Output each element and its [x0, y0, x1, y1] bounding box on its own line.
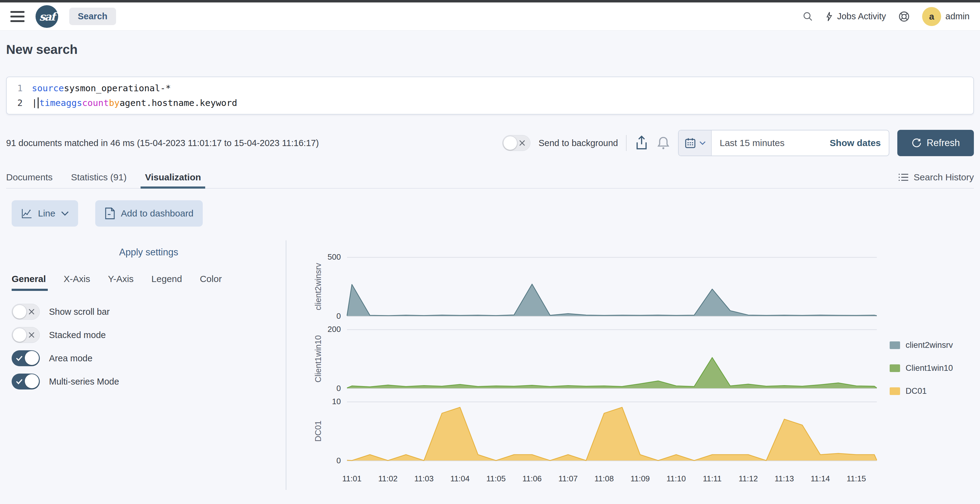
legend-item-Client1win10[interactable]: Client1win10 [890, 364, 953, 373]
add-to-dashboard-button[interactable]: Add to dashboard [95, 200, 203, 227]
bell-icon[interactable] [657, 135, 670, 151]
stacked-mode-toggle[interactable] [12, 327, 40, 343]
x-tick-label: 11:09 [630, 474, 650, 483]
tab-statistics[interactable]: Statistics (91) [71, 167, 127, 188]
setting-toggle-row: Show scroll bar [12, 304, 286, 320]
y-axis-label: client2winsrv [313, 263, 323, 310]
settings-tab-x-axis[interactable]: X-Axis [64, 274, 90, 291]
setting-toggle-row: Area mode [12, 350, 286, 366]
jobs-activity-button[interactable]: Jobs Activity [825, 11, 886, 21]
toggle-knob [13, 328, 27, 342]
time-range-value[interactable]: Last 15 minutes [712, 138, 830, 148]
setting-toggle-row: Stacked mode [12, 327, 286, 343]
toggle-knob [503, 136, 517, 150]
legend-swatch [890, 364, 900, 372]
calendar-icon [684, 137, 697, 149]
menu-icon[interactable] [10, 11, 24, 22]
setting-toggle-row: Multi-series Mode [12, 374, 286, 390]
send-to-background-label: Send to background [538, 138, 618, 148]
area-series-client2winsrv [347, 257, 877, 316]
toggle-label: Stacked mode [49, 330, 106, 340]
refresh-button[interactable]: Refresh [897, 130, 974, 156]
query-line: 2| timeaggs count by agent.hostname.keyw… [7, 95, 973, 110]
chevron-down-icon [61, 211, 69, 216]
y-axis-label: Client1win10 [313, 335, 323, 382]
window-top-strip [0, 0, 980, 2]
y-tick-label: 0 [304, 456, 341, 466]
baseline [347, 316, 877, 316]
y-tick-label: 0 [304, 312, 341, 321]
legend-label: DC01 [905, 386, 927, 396]
chart-settings-panel: Apply settings General X-Axis Y-Axis Leg… [6, 227, 286, 504]
visualization-chart: 5000client2winsrv2000Client1win10100DC01… [286, 227, 974, 504]
divider [626, 135, 627, 151]
chart-type-dropdown[interactable]: Line [12, 200, 78, 227]
text-cursor [38, 97, 38, 108]
date-range-picker: Last 15 minutes Show dates [678, 130, 889, 156]
legend-label: Client1win10 [905, 364, 953, 373]
settings-tab-legend[interactable]: Legend [151, 274, 182, 291]
help-icon[interactable] [898, 11, 910, 22]
toggle-knob [13, 305, 27, 319]
status-text: 91 documents matched in 46 ms (15-04-202… [6, 138, 319, 148]
toggle-label: Show scroll bar [49, 307, 110, 317]
main-content: New search 1source sysmon_operational-*2… [0, 42, 980, 504]
query-token: source [32, 83, 64, 94]
y-axis-label: DC01 [313, 420, 323, 442]
apply-settings-link[interactable]: Apply settings [12, 247, 286, 258]
settings-toggle-list: Show scroll barStacked modeArea modeMult… [12, 304, 286, 390]
line-number: 2 [7, 98, 23, 108]
legend-swatch [890, 342, 900, 349]
settings-tab-y-axis[interactable]: Y-Axis [108, 274, 134, 291]
query-token: agent.hostname.keyword [119, 98, 237, 108]
app-logo[interactable]: saf [35, 5, 58, 28]
tab-visualization[interactable]: Visualization [145, 167, 201, 188]
x-tick-label: 11:15 [847, 474, 866, 483]
send-to-background-toggle[interactable] [502, 135, 530, 151]
jobs-activity-label: Jobs Activity [837, 11, 886, 21]
share-icon[interactable] [635, 135, 649, 151]
x-tick-label: 11:13 [775, 474, 794, 483]
query-token: by [109, 98, 119, 108]
search-history-button[interactable]: Search History [898, 172, 974, 183]
legend-label: client2winsrv [905, 340, 953, 350]
chart-legend: client2winsrvClient1win10DC01 [890, 340, 953, 396]
calendar-dropdown[interactable] [679, 130, 712, 156]
query-editor[interactable]: 1source sysmon_operational-*2| timeaggs … [6, 76, 974, 114]
show-dates-button[interactable]: Show dates [830, 138, 889, 148]
page-title: New search [6, 42, 974, 57]
x-tick-label: 11:10 [667, 474, 686, 483]
x-tick-label: 11:07 [558, 474, 578, 483]
x-tick-label: 11:11 [703, 474, 722, 483]
document-icon [105, 207, 115, 220]
user-menu[interactable]: a admin [922, 7, 970, 26]
app-badge: Search [69, 8, 116, 25]
y-tick-label: 200 [304, 324, 341, 334]
tab-documents[interactable]: Documents [6, 167, 52, 188]
x-tick-label: 11:14 [811, 474, 830, 483]
chevron-down-icon [700, 141, 706, 145]
baseline [347, 388, 877, 389]
legend-item-DC01[interactable]: DC01 [890, 386, 953, 396]
app-header: saf Search Jobs Activity a admin [0, 2, 980, 30]
toggle-knob [25, 374, 39, 388]
search-icon[interactable] [803, 11, 813, 22]
avatar: a [922, 7, 941, 26]
toggle-label: Area mode [49, 353, 92, 364]
show-scroll-bar-toggle[interactable] [12, 304, 40, 320]
query-token: sysmon_operational-* [64, 83, 171, 94]
list-icon [898, 173, 908, 182]
query-line: 1source sysmon_operational-* [7, 81, 973, 95]
toggle-label: Multi-series Mode [49, 377, 119, 387]
query-token: timeaggs [39, 98, 82, 108]
area-mode-toggle[interactable] [12, 350, 40, 366]
area-series-DC01 [347, 401, 877, 461]
x-tick-label: 11:02 [378, 474, 398, 483]
multi-series-mode-toggle[interactable] [12, 374, 40, 390]
settings-tab-color[interactable]: Color [200, 274, 222, 291]
legend-item-client2winsrv[interactable]: client2winsrv [890, 340, 953, 350]
query-token: | [32, 98, 37, 108]
query-token: count [82, 98, 109, 108]
username: admin [945, 11, 970, 21]
settings-tab-general[interactable]: General [12, 274, 46, 291]
